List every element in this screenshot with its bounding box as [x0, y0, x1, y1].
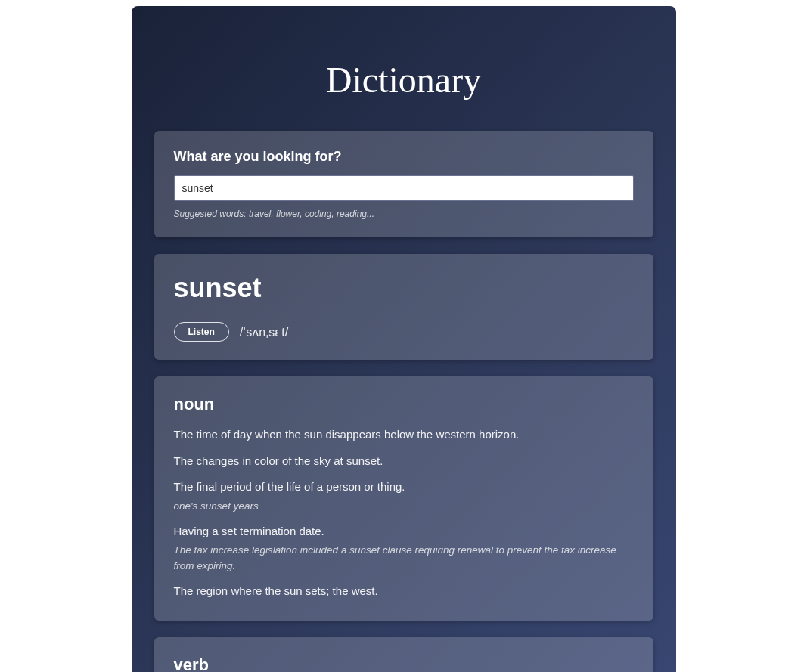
definition-text: The time of day when the sun disappears …	[174, 426, 634, 444]
word-heading: sunset	[174, 272, 634, 304]
listen-row: Listen /ˈsʌnˌsɛt/	[174, 322, 634, 342]
pronunciation: /ˈsʌnˌsɛt/	[240, 325, 288, 339]
definition-block: Having a set termination date. The tax i…	[174, 523, 634, 574]
definition-text: Having a set termination date.	[174, 523, 634, 540]
definition-example: The tax increase legislation included a …	[174, 543, 634, 574]
search-card: What are you looking for? Suggested word…	[154, 131, 653, 237]
page-title: Dictionary	[154, 59, 653, 101]
entry-card-noun: noun The time of day when the sun disapp…	[154, 376, 653, 621]
definition-block: The final period of the life of a person…	[174, 478, 634, 514]
suggested-words: Suggested words: travel, flower, coding,…	[174, 209, 634, 219]
word-card: sunset Listen /ˈsʌnˌsɛt/	[154, 254, 653, 360]
dictionary-app: Dictionary What are you looking for? Sug…	[132, 6, 676, 672]
search-label: What are you looking for?	[174, 149, 634, 165]
part-of-speech: verb	[174, 655, 634, 672]
definition-block: The region where the sun sets; the west.	[174, 583, 634, 600]
definition-text: The final period of the life of a person…	[174, 478, 634, 496]
entry-card-verb: verb To phase out. We'll be sunsetting v…	[154, 637, 653, 672]
definition-text: The region where the sun sets; the west.	[174, 583, 634, 600]
definition-text: The changes in color of the sky at sunse…	[174, 453, 634, 470]
definition-example: one's sunset years	[174, 499, 634, 514]
part-of-speech: noun	[174, 395, 634, 414]
listen-button[interactable]: Listen	[174, 322, 229, 342]
definition-block: The changes in color of the sky at sunse…	[174, 453, 634, 470]
definition-block: The time of day when the sun disappears …	[174, 426, 634, 444]
search-input[interactable]	[174, 175, 634, 201]
